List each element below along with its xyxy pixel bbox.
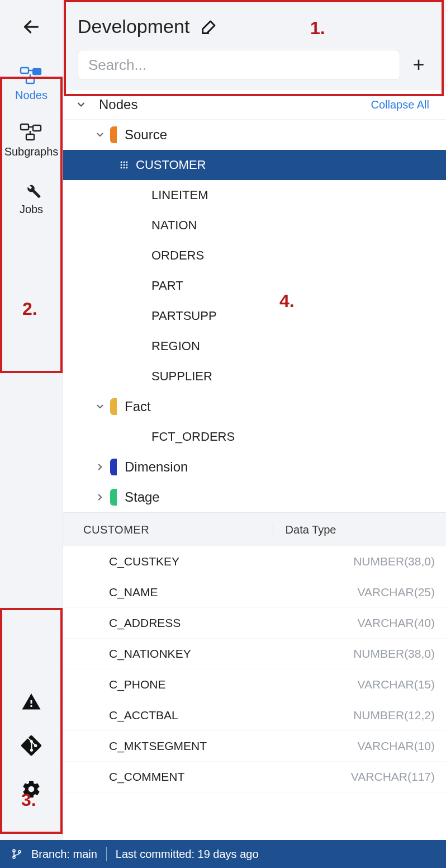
column-type: VARCHAR(10) xyxy=(358,739,435,753)
tree-item[interactable]: SUPPLIER xyxy=(63,361,446,391)
header: Development + xyxy=(63,0,446,90)
tree-item-label: PARTSUPP xyxy=(128,309,217,323)
column-row[interactable]: C_PHONEVARCHAR(15) xyxy=(63,669,446,700)
tree-item[interactable]: NATION xyxy=(63,210,446,240)
branch-icon xyxy=(11,848,22,860)
column-type: NUMBER(38,0) xyxy=(353,555,435,568)
tree-item[interactable]: REGION xyxy=(63,331,446,361)
tree-group-dimension[interactable]: Dimension xyxy=(63,452,446,482)
column-type: VARCHAR(25) xyxy=(358,586,435,599)
svg-point-8 xyxy=(121,162,122,163)
tree-item[interactable]: LINEITEM xyxy=(63,180,446,210)
columns-header-row: CUSTOMER Data Type xyxy=(63,513,446,546)
column-name: C_ACCTBAL xyxy=(109,709,353,722)
workspace-title: Development xyxy=(78,16,189,37)
gear-icon xyxy=(21,779,41,799)
sidebar-item-subgraphs[interactable]: Subgraphs xyxy=(0,115,63,172)
add-button[interactable]: + xyxy=(406,52,431,78)
chevron-down-icon xyxy=(74,99,88,110)
column-row[interactable]: C_ACCTBALNUMBER(12,2) xyxy=(63,700,446,731)
tree-group-fact[interactable]: Fact xyxy=(63,391,446,422)
column-name: C_MKTSEGMENT xyxy=(109,739,358,753)
sidebar-top-section: Nodes Subgraphs Jobs xyxy=(0,53,63,229)
tree-group-stage[interactable]: Stage xyxy=(63,482,446,512)
chevron-down-icon xyxy=(92,402,108,412)
sidebar-item-label: Nodes xyxy=(15,89,48,102)
columns-table-name: CUSTOMER xyxy=(83,523,273,536)
column-type: VARCHAR(40) xyxy=(358,616,435,630)
sidebar-bottom-section xyxy=(0,690,63,840)
svg-point-10 xyxy=(126,162,128,163)
tree-item-label: CUSTOMER xyxy=(136,158,206,172)
tree-item-label: SUPPLIER xyxy=(128,369,212,384)
column-name: C_PHONE xyxy=(109,678,358,691)
group-color-tag xyxy=(110,489,117,506)
svg-point-16 xyxy=(126,167,128,169)
branch-label[interactable]: Branch: main xyxy=(31,848,97,861)
tree: SourceCUSTOMERLINEITEMNATIONORDERSPARTPA… xyxy=(63,120,446,512)
svg-rect-5 xyxy=(33,125,41,131)
tree-item[interactable]: CUSTOMER xyxy=(63,150,446,180)
group-color-tag xyxy=(110,398,117,415)
nodes-icon xyxy=(20,67,43,86)
tree-item-label: REGION xyxy=(128,339,200,353)
tree-group-source[interactable]: Source xyxy=(63,120,446,150)
chevron-down-icon xyxy=(92,130,108,140)
git-icon xyxy=(21,735,42,756)
svg-rect-6 xyxy=(26,134,34,140)
column-row[interactable]: C_MKTSEGMENTVARCHAR(10) xyxy=(63,731,446,762)
main-panel: Development + Nodes Collapse All SourceC… xyxy=(63,0,446,840)
column-row[interactable]: C_CUSTKEYNUMBER(38,0) xyxy=(63,546,446,577)
sidebar-item-jobs[interactable]: Jobs xyxy=(0,172,63,229)
column-type: VARCHAR(117) xyxy=(351,770,435,784)
settings-button[interactable] xyxy=(20,777,43,801)
column-type: VARCHAR(15) xyxy=(358,678,435,691)
tree-item[interactable]: PART xyxy=(63,271,446,301)
column-row[interactable]: C_NATIONKEYNUMBER(38,0) xyxy=(63,639,446,669)
tree-item-label: LINEITEM xyxy=(128,188,208,202)
column-row[interactable]: C_NAMEVARCHAR(25) xyxy=(63,577,446,608)
arrow-left-icon xyxy=(22,17,41,36)
drag-handle-icon[interactable] xyxy=(118,161,136,169)
left-sidebar: Nodes Subgraphs Jobs xyxy=(0,0,63,840)
tree-item-label: FCT_ORDERS xyxy=(128,430,235,444)
tree-root-label: Nodes xyxy=(99,97,137,112)
back-button[interactable] xyxy=(0,0,63,53)
pencil-icon xyxy=(201,18,217,35)
svg-point-9 xyxy=(124,162,125,163)
column-name: C_NATIONKEY xyxy=(109,647,353,661)
tree-root-row[interactable]: Nodes Collapse All xyxy=(63,90,446,120)
chevron-right-icon xyxy=(92,492,108,502)
problems-button[interactable] xyxy=(20,690,43,714)
warning-icon xyxy=(21,692,41,712)
chevron-right-icon xyxy=(92,462,108,472)
tree-item[interactable]: ORDERS xyxy=(63,240,446,271)
status-separator xyxy=(106,847,107,861)
tree-item[interactable]: FCT_ORDERS xyxy=(63,422,446,452)
group-label: Fact xyxy=(125,399,151,414)
tree-item[interactable]: PARTSUPP xyxy=(63,301,446,331)
edit-title-button[interactable] xyxy=(201,18,217,35)
sidebar-item-label: Jobs xyxy=(20,203,43,216)
svg-point-14 xyxy=(121,167,122,169)
column-type: NUMBER(12,2) xyxy=(353,709,435,722)
status-bar: Branch: main Last committed: 19 days ago xyxy=(0,840,446,868)
git-button[interactable] xyxy=(20,734,43,757)
svg-point-15 xyxy=(124,167,125,169)
search-input[interactable] xyxy=(78,50,400,80)
group-color-tag xyxy=(110,126,117,143)
sidebar-item-nodes[interactable]: Nodes xyxy=(0,59,63,115)
subgraphs-icon xyxy=(20,123,43,142)
group-label: Dimension xyxy=(125,459,188,475)
column-type: NUMBER(38,0) xyxy=(353,647,435,661)
group-color-tag xyxy=(110,459,117,475)
group-label: Source xyxy=(125,127,167,143)
svg-point-13 xyxy=(126,164,128,166)
columns-panel: CUSTOMER Data Type C_CUSTKEYNUMBER(38,0)… xyxy=(63,512,446,792)
svg-rect-4 xyxy=(21,124,29,130)
sidebar-item-label: Subgraphs xyxy=(4,145,59,158)
collapse-all-link[interactable]: Collapse All xyxy=(371,98,429,111)
column-row[interactable]: C_ADDRESSVARCHAR(40) xyxy=(63,608,446,639)
column-row[interactable]: C_COMMENTVARCHAR(117) xyxy=(63,762,446,792)
last-commit-label[interactable]: Last committed: 19 days ago xyxy=(116,848,259,861)
